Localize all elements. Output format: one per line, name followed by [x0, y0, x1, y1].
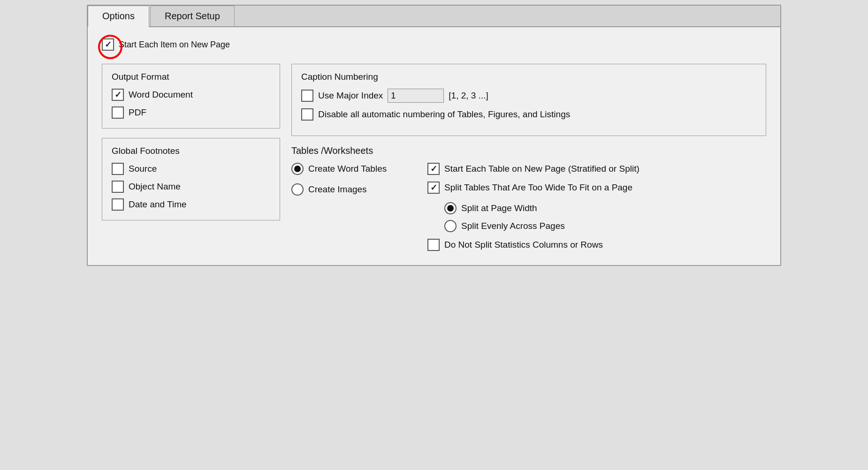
- global-footnotes-group: Global Footnotes Source Object Name Date…: [102, 138, 280, 220]
- tables-worksheets-group: Tables /Worksheets Create Word Tables Cr…: [291, 145, 766, 251]
- use-major-index-row: Use Major Index [1, 2, 3 ...]: [301, 89, 756, 103]
- date-time-checkbox[interactable]: [112, 198, 124, 211]
- start-each-table-option: Start Each Table on New Page (Stratified…: [427, 163, 766, 175]
- pdf-item: PDF: [112, 106, 270, 119]
- disable-numbering-checkbox[interactable]: [301, 108, 313, 121]
- options-col: Start Each Table on New Page (Stratified…: [427, 163, 766, 251]
- split-tables-wide-option: Split Tables That Are Too Wide To Fit on…: [427, 182, 766, 194]
- tab-options[interactable]: Options: [88, 6, 149, 27]
- word-doc-checkbox[interactable]: [112, 89, 124, 101]
- caption-numbering-group: Caption Numbering Use Major Index [1, 2,…: [291, 64, 766, 136]
- create-images-radio-btn: [291, 183, 304, 196]
- pdf-checkbox[interactable]: [112, 106, 124, 119]
- major-index-suffix: [1, 2, 3 ...]: [449, 91, 488, 101]
- output-format-label: Output Format: [112, 72, 270, 82]
- tables-worksheets-label: Tables /Worksheets: [291, 145, 766, 156]
- new-page-checkbox-highlighted: [102, 38, 114, 51]
- caption-numbering-label: Caption Numbering: [301, 72, 756, 82]
- tab-report-setup[interactable]: Report Setup: [150, 6, 235, 26]
- two-col-layout: Output Format Word Document PDF Global F…: [102, 64, 766, 251]
- object-name-label: Object Name: [129, 182, 181, 192]
- source-item: Source: [112, 163, 270, 175]
- new-page-row: Start Each Item on New Page: [102, 38, 766, 51]
- source-label: Source: [129, 164, 157, 174]
- no-split-stats-checkbox[interactable]: [427, 239, 440, 251]
- split-sub-options: Split at Page Width Split Evenly Across …: [444, 202, 766, 232]
- start-each-table-checkbox[interactable]: [427, 163, 440, 175]
- disable-numbering-row: Disable all automatic numbering of Table…: [301, 108, 756, 121]
- options-content: Start Each Item on New Page Output Forma…: [88, 27, 780, 265]
- source-checkbox[interactable]: [112, 163, 124, 175]
- left-column: Output Format Word Document PDF Global F…: [102, 64, 280, 220]
- object-name-item: Object Name: [112, 181, 270, 193]
- new-page-checkbox[interactable]: [102, 38, 114, 51]
- date-time-item: Date and Time: [112, 198, 270, 211]
- new-page-label: Start Each Item on New Page: [119, 40, 230, 50]
- split-at-page-width-radio-btn: [444, 202, 457, 214]
- object-name-checkbox[interactable]: [112, 181, 124, 193]
- word-doc-label: Word Document: [129, 90, 193, 100]
- tables-content: Create Word Tables Create Images S: [291, 163, 766, 251]
- split-tables-wide-checkbox[interactable]: [427, 182, 440, 194]
- output-format-group: Output Format Word Document PDF: [102, 64, 280, 129]
- main-window: Options Report Setup Start Each Item on …: [87, 5, 781, 266]
- radio-col: Create Word Tables Create Images: [291, 163, 413, 196]
- right-column: Caption Numbering Use Major Index [1, 2,…: [291, 64, 766, 251]
- use-major-index-label: Use Major Index: [318, 91, 383, 101]
- create-word-tables-label: Create Word Tables: [308, 164, 387, 174]
- no-split-stats-label: Do Not Split Statistics Columns or Rows: [444, 240, 603, 250]
- start-each-table-label: Start Each Table on New Page (Stratified…: [444, 164, 640, 174]
- split-at-page-width-label: Split at Page Width: [461, 203, 537, 213]
- split-tables-wide-label: Split Tables That Are Too Wide To Fit on…: [444, 182, 632, 193]
- create-images-label: Create Images: [308, 184, 367, 195]
- pdf-label: PDF: [129, 107, 146, 118]
- create-word-tables-radio[interactable]: Create Word Tables: [291, 163, 413, 175]
- date-time-label: Date and Time: [129, 199, 187, 210]
- disable-numbering-label: Disable all automatic numbering of Table…: [318, 109, 570, 120]
- use-major-index-checkbox[interactable]: [301, 90, 313, 102]
- split-evenly-radio-btn: [444, 220, 457, 232]
- split-at-page-width-radio[interactable]: Split at Page Width: [444, 202, 766, 214]
- global-footnotes-label: Global Footnotes: [112, 146, 270, 156]
- split-evenly-label: Split Evenly Across Pages: [461, 221, 565, 231]
- major-index-input[interactable]: [388, 89, 444, 103]
- word-doc-item: Word Document: [112, 89, 270, 101]
- no-split-stats-option: Do Not Split Statistics Columns or Rows: [427, 239, 766, 251]
- create-word-tables-radio-btn: [291, 163, 304, 175]
- split-evenly-radio[interactable]: Split Evenly Across Pages: [444, 220, 766, 232]
- tab-bar: Options Report Setup: [88, 6, 780, 27]
- create-images-radio[interactable]: Create Images: [291, 183, 413, 196]
